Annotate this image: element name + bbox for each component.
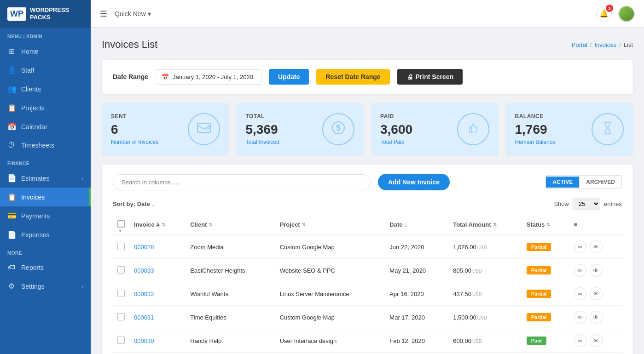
sidebar-item-payments[interactable]: 💳 Payments xyxy=(0,206,91,225)
timesheets-icon: ⏱ xyxy=(7,141,16,149)
currency-label: USD xyxy=(472,292,482,297)
expenses-icon: 📄 xyxy=(7,230,16,239)
sort-project[interactable]: Project ⇅ xyxy=(280,221,306,228)
edit-button[interactable]: ✏ xyxy=(574,240,587,253)
dollar-icon: $ xyxy=(330,120,347,139)
sidebar-item-clients[interactable]: 👥 Clients xyxy=(0,80,91,98)
update-button[interactable]: Update xyxy=(269,69,309,85)
row-date: Mar 17, 2020 xyxy=(385,306,448,329)
sort-label[interactable]: Sort by: Date ↓ xyxy=(113,200,155,207)
sort-status[interactable]: Status ⇅ xyxy=(527,221,551,228)
select-all-checkbox[interactable] xyxy=(117,220,125,228)
invoice-link[interactable]: 000032 xyxy=(134,291,154,297)
th-project-label: Project xyxy=(280,221,300,228)
row-invoice-id: 000030 xyxy=(129,329,186,353)
breadcrumb-portal[interactable]: Portal xyxy=(572,41,587,48)
view-button[interactable]: 👁 xyxy=(590,311,603,324)
date-range-input[interactable]: 📅 January 1, 2020 - July 1, 2020 xyxy=(156,69,261,85)
row-amount: 600.00USD xyxy=(448,329,522,353)
view-button[interactable]: 👁 xyxy=(590,334,603,347)
select-all-header[interactable] xyxy=(113,215,129,235)
user-avatar[interactable] xyxy=(618,6,635,22)
sort-total-amount[interactable]: Total Amount ⇅ xyxy=(453,221,496,228)
row-date: Apr 16, 2020 xyxy=(385,282,448,306)
sidebar-item-expenses[interactable]: 📄 Expenses xyxy=(0,225,91,244)
stat-icon-wrap-sent xyxy=(188,113,220,145)
edit-button[interactable]: ✏ xyxy=(574,287,587,300)
sort-invoice-number[interactable]: Invoice # ⇅ xyxy=(134,221,165,228)
sidebar-item-calendar[interactable]: 📅 Calendar xyxy=(0,117,91,136)
sidebar-item-settings[interactable]: ⚙ Settings › xyxy=(0,277,91,296)
currency-label: USD xyxy=(477,315,487,320)
add-new-invoice-button[interactable]: Add New Invoice xyxy=(378,174,450,190)
stat-card-total: TOTAL 5,369 Total Invoiced $ xyxy=(237,103,364,155)
view-button[interactable]: 👁 xyxy=(590,264,603,277)
sidebar-item-invoices[interactable]: 📋 Invoices xyxy=(0,188,91,206)
row-amount: 1,500.00USD xyxy=(448,306,522,329)
edit-button[interactable]: ✏ xyxy=(574,334,587,347)
row-checkbox-cell[interactable] xyxy=(113,259,129,282)
sent-icon xyxy=(196,120,212,139)
row-checkbox[interactable] xyxy=(117,337,125,344)
invoice-link[interactable]: 000030 xyxy=(134,337,154,344)
sort-client[interactable]: Client ⇅ xyxy=(190,221,212,228)
stat-value-total: 5,369 xyxy=(246,122,279,137)
filter-active-button[interactable]: ACTIVE xyxy=(546,177,579,188)
row-checkbox[interactable] xyxy=(117,266,125,274)
row-checkbox[interactable] xyxy=(117,313,125,320)
row-checkbox-cell[interactable] xyxy=(113,235,129,259)
row-amount: 805.00USD xyxy=(448,259,522,282)
th-total-amount[interactable]: Total Amount ⇅ xyxy=(448,215,522,235)
quick-new-chevron-icon: ▾ xyxy=(148,10,151,17)
status-badge: Partial xyxy=(527,266,551,274)
status-badge: Partial xyxy=(527,313,551,321)
sidebar-item-label: Timesheets xyxy=(21,142,54,149)
row-checkbox[interactable] xyxy=(117,290,125,297)
table-row: 000031 Time Equities Custom Google Map M… xyxy=(113,306,622,329)
invoices-icon: 📋 xyxy=(7,193,16,201)
sidebar-item-home[interactable]: ⊞ Home xyxy=(0,42,91,61)
invoice-link[interactable]: 000031 xyxy=(134,314,154,321)
logo-wp-badge: WP xyxy=(7,7,26,21)
row-checkbox-cell[interactable] xyxy=(113,306,129,329)
stat-cards: SENT 6 Number of Invoices xyxy=(102,103,633,155)
search-input[interactable] xyxy=(113,174,371,190)
stat-label-sent: SENT xyxy=(111,113,158,120)
quick-new-button[interactable]: Quick New ▾ xyxy=(115,10,151,17)
sidebar-item-projects[interactable]: 📋 Projects xyxy=(0,98,91,117)
sort-date[interactable]: Date ↓ xyxy=(389,221,407,228)
row-checkbox-cell[interactable] xyxy=(113,329,129,353)
view-button[interactable]: 👁 xyxy=(590,240,603,253)
th-invoice-number[interactable]: Invoice # ⇅ xyxy=(129,215,186,235)
row-checkbox-cell[interactable] xyxy=(113,282,129,306)
sidebar-item-timesheets[interactable]: ⏱ Timesheets xyxy=(0,136,91,154)
logo-text: WORDPRESSPACKS xyxy=(30,6,69,21)
row-client: Time Equities xyxy=(186,306,275,329)
stat-card-info-sent: SENT 6 Number of Invoices xyxy=(111,113,158,145)
breadcrumb-invoices[interactable]: Invoices xyxy=(594,41,616,48)
invoice-link[interactable]: 000028 xyxy=(134,244,154,251)
th-client[interactable]: Client ⇅ xyxy=(186,215,275,235)
invoice-link[interactable]: 000033 xyxy=(134,267,154,274)
stat-card-info-total: TOTAL 5,369 Total Invoiced xyxy=(246,113,279,145)
notification-button[interactable]: 🔔 1 xyxy=(596,6,612,22)
sort-date-active-icon: ↓ xyxy=(405,221,408,228)
reports-icon: 🏷 xyxy=(7,263,16,272)
sidebar-item-staff[interactable]: 👤 Staff xyxy=(0,61,91,80)
show-entries-select[interactable]: 25 50 100 xyxy=(573,198,600,210)
sidebar-item-reports[interactable]: 🏷 Reports xyxy=(0,258,91,277)
view-button[interactable]: 👁 xyxy=(590,287,603,300)
sidebar-item-estimates[interactable]: 📄 Estimates › xyxy=(0,169,91,188)
reset-date-range-button[interactable]: Reset Date Range xyxy=(316,69,389,85)
edit-button[interactable]: ✏ xyxy=(574,311,587,324)
filter-archived-button[interactable]: ARCHIVED xyxy=(580,177,621,188)
print-screen-button[interactable]: 🖨 Print Screen xyxy=(397,69,463,85)
hamburger-icon[interactable]: ☰ xyxy=(100,9,107,19)
th-status[interactable]: Status ⇅ xyxy=(522,215,569,235)
row-status: Partial xyxy=(522,259,569,282)
th-date[interactable]: Date ↓ xyxy=(385,215,448,235)
sidebar-logo: WP WORDPRESSPACKS xyxy=(0,0,91,28)
row-checkbox[interactable] xyxy=(117,243,125,250)
th-project[interactable]: Project ⇅ xyxy=(275,215,385,235)
edit-button[interactable]: ✏ xyxy=(574,264,587,277)
